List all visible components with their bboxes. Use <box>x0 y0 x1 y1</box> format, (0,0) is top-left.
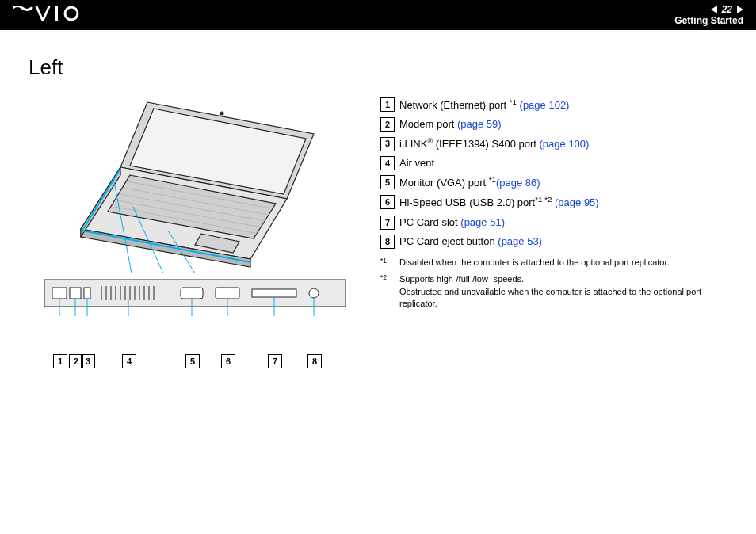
item-sup: *1 <box>489 175 496 184</box>
port-item-8: 8 PC Card eject button (page 53) <box>380 233 727 250</box>
item-number: 4 <box>380 156 395 170</box>
vaio-logo <box>13 6 89 25</box>
footnote-2: *2 Supports high-/full-/low- speeds. Obs… <box>380 273 727 310</box>
item-number: 3 <box>380 137 395 151</box>
callout-4: 4 <box>122 354 136 368</box>
illustration-column: 1 2 3 4 5 6 7 8 <box>29 96 361 372</box>
page-link[interactable]: (page 100) <box>540 138 590 150</box>
port-item-4: 4 Air vent <box>380 154 727 172</box>
item-text: PC Card slot <box>399 216 460 228</box>
page-nav: 22 <box>711 4 743 15</box>
next-page-arrow-icon[interactable] <box>737 6 743 13</box>
item-mid: (IEEE1394) S400 port <box>433 138 539 150</box>
item-number: 2 <box>380 117 395 132</box>
callout-8: 8 <box>307 354 322 368</box>
item-number: 6 <box>380 195 395 209</box>
port-item-1: 1 Network (Ethernet) port *1 (page 102) <box>380 96 727 114</box>
item-text: i.LINK <box>399 138 427 150</box>
svg-point-1 <box>65 7 78 20</box>
item-number: 7 <box>380 216 395 230</box>
port-item-2: 2 Modem port (page 59) <box>380 116 727 133</box>
callout-1: 1 <box>53 354 67 368</box>
item-number: 5 <box>380 175 395 189</box>
page-link[interactable]: (page 102) <box>520 99 570 111</box>
svg-rect-38 <box>252 289 296 297</box>
port-item-3: 3 i.LINK® (IEEE1394) S400 port (page 100… <box>380 135 727 153</box>
callout-5: 5 <box>185 354 200 368</box>
footnote-text: Disabled when the computer is attached t… <box>399 257 727 269</box>
svg-point-5 <box>220 112 223 115</box>
footnote-mark: *1 <box>380 257 391 269</box>
port-item-5: 5 Monitor (VGA) port *1(page 86) <box>380 174 727 192</box>
laptop-illustration <box>29 96 361 349</box>
page-title: Left <box>29 55 727 80</box>
port-item-6: 6 Hi-Speed USB (USB 2.0) port*1 *2 (page… <box>380 193 727 212</box>
item-text: Modem port <box>399 118 457 130</box>
footnote-mark: *2 <box>380 273 391 310</box>
header-right: 22 Getting Started <box>674 4 743 27</box>
svg-rect-36 <box>181 288 203 299</box>
item-text: Air vent <box>399 157 434 169</box>
item-text: Hi-Speed USB (USB 2.0) port <box>399 197 535 209</box>
page-number: 22 <box>722 4 732 15</box>
footnote-1: *1 Disabled when the computer is attache… <box>380 257 727 269</box>
callout-3: 3 <box>81 354 95 368</box>
description-column: 1 Network (Ethernet) port *1 (page 102) … <box>380 96 727 372</box>
section-label: Getting Started <box>674 15 743 26</box>
item-text: Network (Ethernet) port <box>399 99 510 111</box>
svg-rect-37 <box>216 288 239 299</box>
page-link[interactable]: (page 86) <box>496 177 540 189</box>
content-row: 1 2 3 4 5 6 7 8 1 Network (Ethernet) por… <box>29 96 727 372</box>
header-bar: 22 Getting Started <box>0 0 756 30</box>
item-sup: *1 <box>510 97 517 106</box>
svg-rect-22 <box>70 288 81 299</box>
page-link[interactable]: (page 53) <box>498 235 542 247</box>
item-sup: *1 *2 <box>535 195 552 204</box>
svg-rect-21 <box>52 288 67 299</box>
prev-page-arrow-icon[interactable] <box>711 6 717 13</box>
footnote-text: Supports high-/full-/low- speeds. Obstru… <box>399 273 727 310</box>
page-body: Left <box>0 30 756 372</box>
item-number: 1 <box>380 97 395 112</box>
callout-row: 1 2 3 4 5 6 7 8 <box>44 353 361 372</box>
item-text: Monitor (VGA) port <box>399 177 489 189</box>
page-link[interactable]: (page 51) <box>460 216 505 228</box>
callout-7: 7 <box>268 354 282 368</box>
page-link[interactable]: (page 95) <box>555 197 599 209</box>
svg-rect-0 <box>55 6 58 21</box>
callout-6: 6 <box>221 354 235 368</box>
svg-rect-23 <box>84 288 90 299</box>
page-link[interactable]: (page 59) <box>457 118 502 130</box>
item-number: 8 <box>380 235 395 249</box>
port-item-7: 7 PC Card slot (page 51) <box>380 214 727 231</box>
item-text: PC Card eject button <box>399 235 498 247</box>
svg-point-39 <box>309 288 319 298</box>
footnotes: *1 Disabled when the computer is attache… <box>380 257 727 311</box>
